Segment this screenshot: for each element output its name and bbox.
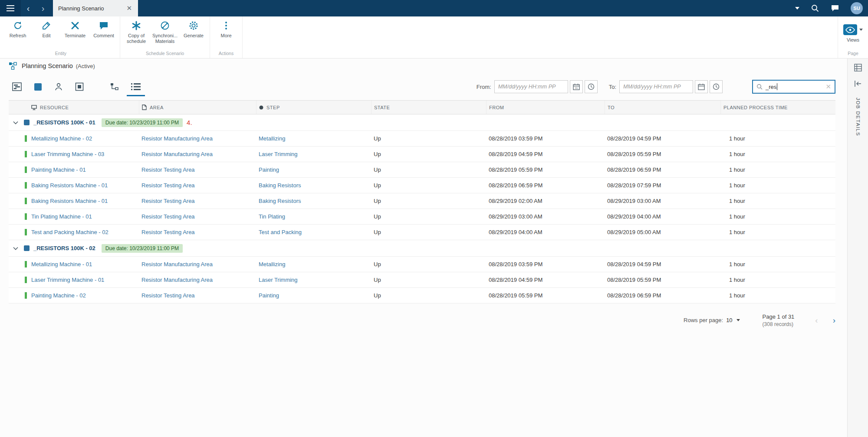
user-avatar[interactable]: SU <box>851 2 863 14</box>
material-view-icon[interactable] <box>72 79 87 94</box>
step-cell[interactable]: Painting <box>256 166 371 173</box>
comment-label: Comment <box>93 33 114 39</box>
more-button[interactable]: More <box>212 16 240 50</box>
area-cell[interactable]: Resistor Manufacturing Area <box>139 261 256 267</box>
previous-page-icon[interactable]: ‹ <box>815 316 818 325</box>
to-time-button[interactable] <box>710 80 723 93</box>
group-name[interactable]: _RESISTORS 100K - 02 <box>33 245 95 251</box>
rows-per-page-select[interactable]: Rows per page: 10 <box>684 317 740 323</box>
tab-close-icon[interactable]: ✕ <box>125 4 133 12</box>
terminate-button[interactable]: Terminate <box>61 16 89 50</box>
resource-cell[interactable]: Baking Resistors Machine - 01 <box>9 182 139 189</box>
to-date-input[interactable] <box>619 80 693 93</box>
comment-button[interactable]: Comment <box>89 16 118 50</box>
area-cell[interactable]: Resistor Testing Area <box>139 229 256 235</box>
synchronize-materials-button[interactable]: Synchroni... Materials <box>151 16 179 50</box>
table-row[interactable]: Painting Machine - 02Resistor Testing Ar… <box>9 288 835 303</box>
step-cell[interactable]: Laser Trimming <box>256 277 371 283</box>
step-cell[interactable]: Metallizing <box>256 135 371 142</box>
step-cell[interactable]: Laser Trimming <box>256 151 371 157</box>
generate-button[interactable]: Generate <box>179 16 208 50</box>
copy-of-schedule-button[interactable]: Copy of schedule <box>122 16 151 50</box>
column-header-state[interactable]: STATE <box>371 101 486 114</box>
dropdown-caret-icon[interactable] <box>795 7 799 10</box>
group-chevron-icon[interactable] <box>13 246 19 251</box>
resource-cell[interactable]: Metallizing Machine - 01 <box>9 261 139 267</box>
gantt-view-icon[interactable] <box>10 79 24 94</box>
refresh-button[interactable]: Refresh <box>3 16 32 50</box>
step-cell[interactable]: Tin Plating <box>256 213 371 220</box>
step-cell[interactable]: Baking Resistors <box>256 182 371 189</box>
area-cell[interactable]: Resistor Manufacturing Area <box>139 277 256 283</box>
resource-cell[interactable]: Test and Packing Machine - 02 <box>9 229 139 235</box>
area-cell[interactable]: Resistor Testing Area <box>139 213 256 220</box>
hierarchy-view-icon[interactable] <box>108 79 122 94</box>
page-title: Planning Scenario <box>22 62 73 69</box>
group-row[interactable]: _RESISTORS 100K - 01Due date: 10/23/2019… <box>9 114 835 131</box>
search-icon[interactable] <box>811 4 819 13</box>
table-row[interactable]: Laser Trimming Machine - 01Resistor Manu… <box>9 272 835 288</box>
rows-per-page-label: Rows per page: <box>684 317 723 323</box>
to-cell: 08/28/2019 06:59 PM <box>605 166 720 173</box>
resource-view-icon[interactable] <box>30 79 45 94</box>
step-cell[interactable]: Painting <box>256 292 371 299</box>
resource-cell[interactable]: Painting Machine - 02 <box>9 292 139 299</box>
resource-cell[interactable]: Baking Resistors Machine - 01 <box>9 198 139 204</box>
resource-cell[interactable]: Laser Trimming Machine - 03 <box>9 151 139 157</box>
column-header-to[interactable]: TO <box>605 101 720 114</box>
column-label: AREA <box>150 105 164 110</box>
table-row[interactable]: Metallizing Machine - 02Resistor Manufac… <box>9 131 835 147</box>
table-row[interactable]: Test and Packing Machine - 02Resistor Te… <box>9 225 835 240</box>
tab-planning-scenario[interactable]: Planning Scenario ✕ <box>53 0 138 16</box>
area-cell[interactable]: Resistor Testing Area <box>139 166 256 173</box>
ribbon-group-label-actions: Actions <box>212 50 240 58</box>
column-header-step[interactable]: STEP <box>256 101 371 114</box>
group-chevron-icon[interactable] <box>13 120 19 125</box>
back-chevron-icon[interactable]: ‹ <box>21 0 36 16</box>
open-in-table-icon[interactable] <box>854 64 862 72</box>
group-row[interactable]: _RESISTORS 100K - 02Due date: 10/23/2019… <box>9 240 835 257</box>
table-row[interactable]: Tin Plating Machine - 01Resistor Testing… <box>9 209 835 225</box>
group-name[interactable]: _RESISTORS 100K - 01 <box>33 119 95 126</box>
table-row[interactable]: Metallizing Machine - 01Resistor Manufac… <box>9 257 835 272</box>
area-cell[interactable]: Resistor Manufacturing Area <box>139 151 256 157</box>
expand-panel-icon[interactable] <box>854 80 862 87</box>
operator-view-icon[interactable] <box>51 79 66 94</box>
forward-chevron-icon[interactable]: › <box>36 0 50 16</box>
column-header-planned-process-time[interactable]: PLANNED PROCESS TIME <box>720 101 835 114</box>
next-page-icon[interactable]: › <box>833 316 835 325</box>
area-cell[interactable]: Resistor Manufacturing Area <box>139 135 256 142</box>
views-button[interactable]: Views <box>842 16 864 50</box>
column-header-area[interactable]: AREA <box>139 101 256 114</box>
edit-button[interactable]: Edit <box>32 16 61 50</box>
from-time-button[interactable] <box>585 80 598 93</box>
area-cell[interactable]: Resistor Testing Area <box>139 198 256 204</box>
table-row[interactable]: Painting Machine - 01Resistor Testing Ar… <box>9 162 835 178</box>
area-cell[interactable]: Resistor Testing Area <box>139 182 256 189</box>
chat-icon[interactable] <box>831 4 839 13</box>
to-cell: 08/28/2019 04:59 PM <box>605 135 720 142</box>
clear-search-icon[interactable]: ✕ <box>825 83 831 91</box>
from-calendar-button[interactable]: 31 <box>570 80 583 93</box>
list-view-icon[interactable] <box>128 79 143 94</box>
search-input[interactable]: _res ✕ <box>752 80 835 94</box>
edit-label: Edit <box>43 33 51 39</box>
column-header-resource[interactable]: RESOURCE <box>9 101 139 114</box>
resource-cell[interactable]: Painting Machine - 01 <box>9 166 139 173</box>
table-row[interactable]: Baking Resistors Machine - 01Resistor Te… <box>9 193 835 209</box>
area-cell[interactable]: Resistor Testing Area <box>139 292 256 299</box>
resource-icon <box>31 105 37 110</box>
column-header-from[interactable]: FROM <box>486 101 605 114</box>
step-cell[interactable]: Test and Packing <box>256 229 371 235</box>
resource-cell[interactable]: Metallizing Machine - 02 <box>9 135 139 142</box>
resource-cell[interactable]: Laser Trimming Machine - 01 <box>9 277 139 283</box>
table-row[interactable]: Laser Trimming Machine - 03Resistor Manu… <box>9 147 835 162</box>
hamburger-menu-icon[interactable] <box>0 0 21 16</box>
step-cell[interactable]: Metallizing <box>256 261 371 267</box>
to-calendar-button[interactable] <box>695 80 708 93</box>
table-row[interactable]: Baking Resistors Machine - 01Resistor Te… <box>9 178 835 193</box>
from-date-input[interactable] <box>494 80 568 93</box>
resource-cell[interactable]: Tin Plating Machine - 01 <box>9 213 139 220</box>
main-content: Planning Scenario (Active) <box>0 59 847 437</box>
step-cell[interactable]: Baking Resistors <box>256 198 371 204</box>
